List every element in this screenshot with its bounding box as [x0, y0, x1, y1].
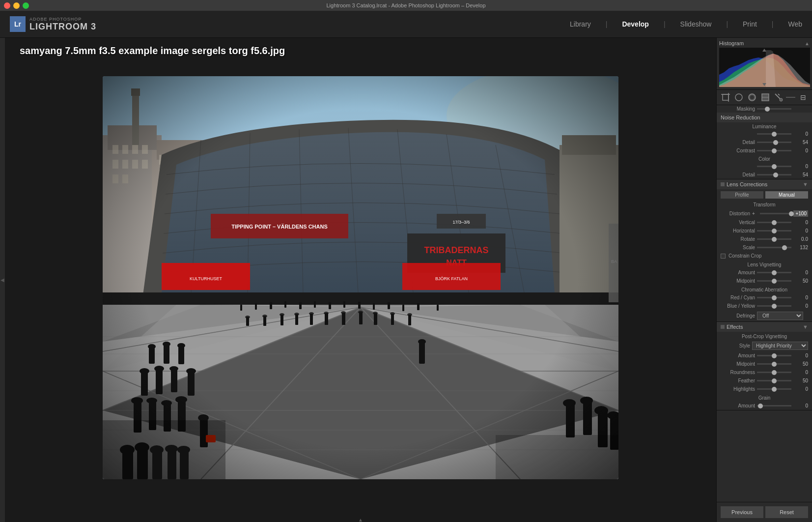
blue-yellow-row: Blue / Yellow 0 [717, 302, 812, 310]
nav-print[interactable]: Print [743, 20, 757, 28]
red-cyan-slider[interactable] [757, 297, 791, 298]
expand-down-icon: ▲ [358, 517, 363, 522]
vignetting-midpoint-row: Midpoint 50 [717, 277, 812, 285]
previous-button[interactable]: Previous [721, 506, 763, 518]
tool-icons-row: ⊟ [717, 90, 812, 105]
minimize-button[interactable] [13, 2, 20, 9]
pcv-roundness-value: 0 [793, 370, 808, 375]
masking-slider[interactable] [757, 108, 791, 110]
image-container[interactable]: samyang 7.5mm f3.5 example image sergels… [5, 38, 716, 517]
pcv-midpoint-slider[interactable] [757, 363, 791, 365]
pcv-midpoint-label: Midpoint [721, 361, 755, 367]
spot-removal-icon[interactable] [732, 92, 746, 103]
window-title: Lightroom 3 Catalog.lrcat - Adobe Photos… [326, 2, 485, 8]
hist-up-arrow-icon[interactable]: ▲ [805, 41, 810, 46]
pcv-amount-slider[interactable] [757, 355, 791, 356]
adjustment-brush-icon[interactable] [772, 92, 785, 103]
pcv-feather-slider[interactable] [757, 380, 791, 381]
pcv-roundness-row: Roundness 0 [717, 368, 812, 377]
nr-luminance-slider[interactable] [757, 133, 791, 135]
grain-amount-slider[interactable] [757, 405, 791, 406]
pcv-feather-row: Feather 50 [717, 377, 812, 385]
nr-contrast-slider[interactable] [757, 150, 791, 151]
app-logo: Lr ADOBE PHOTOSHOP LIGHTROOM 3 [10, 16, 96, 32]
style-select[interactable]: Highlight Priority Color Priority Paint … [752, 342, 808, 350]
rotate-row: Rotate 0.0 [717, 235, 812, 243]
svg-point-169 [750, 95, 754, 99]
blue-yellow-slider[interactable] [757, 305, 791, 307]
effects-arrow-icon: ▼ [803, 324, 808, 330]
svg-rect-164 [723, 94, 728, 100]
vignetting-midpoint-slider[interactable] [757, 280, 791, 282]
window-controls[interactable] [4, 2, 29, 9]
scale-slider[interactable] [757, 247, 791, 248]
title-bar: Lightroom 3 Catalog.lrcat - Adobe Photos… [0, 0, 812, 11]
svg-line-174 [778, 94, 780, 95]
lr-icon: Lr [10, 16, 26, 32]
lens-corrections-label: Lens Corrections [727, 181, 767, 187]
distortion-reset-icon[interactable]: + [752, 211, 758, 216]
distortion-slider[interactable] [760, 213, 791, 214]
grain-amount-value: 0 [793, 403, 808, 408]
grain-amount-row: Amount 0 [717, 402, 812, 410]
nav-develop[interactable]: Develop [622, 20, 648, 28]
blue-yellow-value: 0 [793, 303, 808, 309]
distortion-label: Distortion [721, 211, 750, 216]
nr-luminance-row: 0 [717, 130, 812, 138]
vignetting-amount-value: 0 [793, 270, 808, 275]
pcv-midpoint-value: 50 [793, 361, 808, 367]
horizontal-slider[interactable] [757, 230, 791, 232]
horizontal-row: Horizontal 0 [717, 227, 812, 235]
nav-web[interactable]: Web [788, 20, 802, 28]
range-selector-icon[interactable]: ⊟ [796, 92, 810, 103]
maximize-button[interactable] [23, 2, 29, 9]
lens-corrections-collapse-icon [721, 182, 725, 186]
crop-tool-icon[interactable] [719, 92, 732, 103]
color-sub-label: Color [717, 155, 812, 162]
red-cyan-label: Red / Cyan [721, 295, 755, 300]
defringe-select[interactable]: Off All Edges Purple/Green [757, 312, 803, 320]
tab-manual[interactable]: Manual [765, 191, 808, 199]
effects-header[interactable]: Effects ▼ [717, 322, 812, 332]
left-panel-toggle[interactable]: ◀ [0, 38, 5, 522]
vertical-slider[interactable] [757, 222, 791, 223]
nr-color-detail-slider[interactable] [757, 174, 791, 175]
bottom-expand[interactable]: ▲ [5, 517, 716, 522]
pcv-highlights-label: Highlights [721, 386, 755, 392]
svg-rect-157 [168, 449, 176, 479]
svg-rect-151 [122, 450, 133, 479]
grain-amount-label: Amount [721, 403, 755, 408]
pcv-highlights-slider[interactable] [757, 388, 791, 390]
svg-rect-159 [180, 450, 189, 479]
red-eye-icon[interactable] [746, 92, 759, 103]
lens-corrections-header[interactable]: Lens Corrections ▼ [717, 179, 812, 189]
masking-row: Masking [717, 105, 812, 113]
nr-detail-slider[interactable] [757, 142, 791, 143]
constrain-crop-checkbox[interactable] [721, 254, 726, 259]
lens-corrections-section: Lens Corrections ▼ Profile Manual Transf… [717, 179, 812, 322]
horizontal-value: 0 [793, 228, 808, 233]
nav-library[interactable]: Library [570, 20, 591, 28]
image-area: samyang 7.5mm f3.5 example image sergels… [5, 38, 716, 522]
nav-slideshow[interactable]: Slideshow [680, 20, 712, 28]
pcv-amount-row: Amount 0 [717, 351, 812, 360]
vignetting-amount-label: Amount [721, 270, 755, 275]
tab-profile[interactable]: Profile [721, 191, 763, 199]
close-button[interactable] [4, 2, 10, 9]
nr-color-slider[interactable] [757, 166, 791, 167]
svg-rect-160 [496, 435, 618, 479]
svg-rect-148 [103, 76, 618, 479]
rotate-slider[interactable] [757, 238, 791, 240]
style-label: Style [721, 343, 750, 348]
pcv-roundness-slider[interactable] [757, 372, 791, 373]
chromatic-aberration-label: Chromatic Aberration [717, 285, 812, 293]
vignetting-midpoint-label: Midpoint [721, 278, 755, 284]
vignetting-amount-slider[interactable] [757, 272, 791, 273]
nr-detail-row: Detail 54 [717, 138, 812, 146]
gradient-filter-icon[interactable] [758, 92, 772, 103]
noise-reduction-label: Noise Reduction [721, 115, 760, 120]
reset-button[interactable]: Reset [765, 506, 808, 518]
noise-reduction-header[interactable]: Noise Reduction [717, 113, 812, 122]
pcv-highlights-row: Highlights 0 [717, 385, 812, 393]
product-name: LIGHTROOM 3 [29, 22, 96, 32]
